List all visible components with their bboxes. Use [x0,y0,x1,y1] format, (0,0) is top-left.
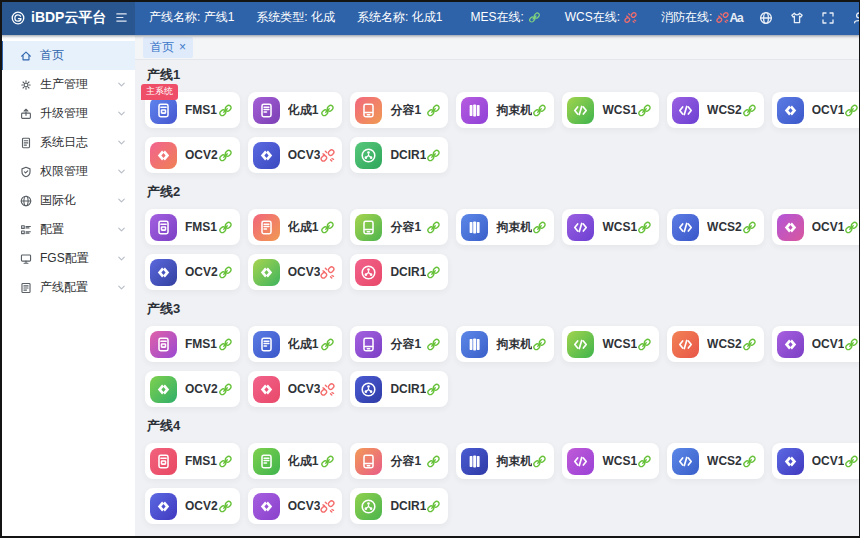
app-card-fenrong1[interactable]: 分容1 [350,326,448,362]
link-icon[interactable] [426,103,441,118]
app-card-ocv2[interactable]: OCV2 [145,137,240,173]
app-card-wcs2[interactable]: WCS2 [667,443,764,479]
app-card-ocv2[interactable]: OCV2 [145,254,240,290]
link-icon[interactable] [426,220,441,235]
app-card-jushuji[interactable]: 拘束机 [456,92,554,128]
app-card-fms1[interactable]: 主系统 FMS1 [145,92,240,128]
app-card-huacheng1[interactable]: 化成1 [248,443,343,479]
sidebar-item-i18n[interactable]: 国际化 [0,186,135,215]
link-icon[interactable] [742,103,757,118]
link-icon[interactable] [218,148,233,163]
close-icon[interactable]: × [179,42,186,52]
chevron-down-icon [116,224,127,235]
app-card-label: 拘束机 [496,336,532,353]
app-card-ocv1[interactable]: OCV1 [772,209,860,245]
section-line1: 产线1 主系统 FMS1 化成1 分容1 拘束机 WCS1 [145,66,850,173]
link-icon[interactable] [637,103,652,118]
link-icon[interactable] [532,337,547,352]
link-icon[interactable] [426,265,441,280]
sidebar-item-home[interactable]: 首页 [0,41,135,70]
broken-link-icon[interactable] [320,499,335,514]
link-icon[interactable] [844,337,859,352]
app-card-fms1[interactable]: FMS1 [145,209,240,245]
app-card-huacheng1[interactable]: 化成1 [248,326,343,362]
broken-link-icon[interactable] [320,265,335,280]
app-card-ocv3[interactable]: OCV3 [248,488,343,524]
link-icon[interactable] [637,454,652,469]
link-icon[interactable] [532,454,547,469]
link-icon[interactable] [637,220,652,235]
link-icon[interactable] [320,103,335,118]
link-icon[interactable] [218,103,233,118]
app-card-label: OCV1 [812,337,845,351]
app-card-wcs1[interactable]: WCS1 [562,92,659,128]
link-icon[interactable] [426,382,441,397]
link-icon[interactable] [426,337,441,352]
link-icon[interactable] [426,148,441,163]
sidebar-item-upgrade[interactable]: 升级管理 [0,99,135,128]
link-icon[interactable] [637,337,652,352]
app-card-fenrong1[interactable]: 分容1 [350,209,448,245]
app-card-ocv1[interactable]: OCV1 [772,92,860,128]
link-icon[interactable] [218,337,233,352]
link-icon[interactable] [218,454,233,469]
sidebar-item-config[interactable]: 配置 [0,215,135,244]
link-icon[interactable] [742,220,757,235]
app-card-jushuji[interactable]: 拘束机 [456,209,554,245]
app-card-ocv2[interactable]: OCV2 [145,371,240,407]
link-icon[interactable] [844,220,859,235]
link-icon[interactable] [218,265,233,280]
app-card-dcir1[interactable]: DCIR1 [350,371,448,407]
broken-link-icon[interactable] [320,148,335,163]
sidebar-item-permission[interactable]: 权限管理 [0,157,135,186]
app-card-wcs1[interactable]: WCS1 [562,209,659,245]
app-card-wcs1[interactable]: WCS1 [562,443,659,479]
app-card-ocv1[interactable]: OCV1 [772,326,860,362]
app-card-wcs2[interactable]: WCS2 [667,92,764,128]
app-card-wcs2[interactable]: WCS2 [667,209,764,245]
app-card-ocv2[interactable]: OCV2 [145,488,240,524]
app-card-dcir1[interactable]: DCIR1 [350,254,448,290]
link-icon[interactable] [532,103,547,118]
sidebar-item-syslog[interactable]: 系统日志 [0,128,135,157]
broken-link-icon[interactable] [320,382,335,397]
app-card-ocv3[interactable]: OCV3 [248,254,343,290]
fullscreen-icon[interactable] [820,10,836,26]
sidebar-item-production[interactable]: 生产管理 [0,70,135,99]
link-icon[interactable] [218,382,233,397]
tab-home[interactable]: 首页 × [143,37,193,58]
app-card-ocv1[interactable]: OCV1 [772,443,860,479]
link-icon[interactable] [532,220,547,235]
theme-icon[interactable] [789,10,805,26]
app-card-wcs2[interactable]: WCS2 [667,326,764,362]
link-icon[interactable] [320,337,335,352]
language-icon[interactable] [758,10,774,26]
app-card-fenrong1[interactable]: 分容1 [350,92,448,128]
app-card-fms1[interactable]: FMS1 [145,443,240,479]
link-icon[interactable] [426,499,441,514]
link-icon[interactable] [742,454,757,469]
app-card-jushuji[interactable]: 拘束机 [456,443,554,479]
app-card-wcs1[interactable]: WCS1 [562,326,659,362]
link-icon[interactable] [218,499,233,514]
app-card-ocv3[interactable]: OCV3 [248,137,343,173]
app-card-dcir1[interactable]: DCIR1 [350,488,448,524]
app-card-fenrong1[interactable]: 分容1 [350,443,448,479]
collapse-menu-icon[interactable] [114,10,129,25]
sidebar-item-fgs-config[interactable]: FGS配置 [0,244,135,273]
link-icon[interactable] [742,337,757,352]
link-icon[interactable] [426,454,441,469]
app-card-jushuji[interactable]: 拘束机 [456,326,554,362]
app-card-fms1[interactable]: FMS1 [145,326,240,362]
app-card-huacheng1[interactable]: 化成1 [248,92,343,128]
app-card-huacheng1[interactable]: 化成1 [248,209,343,245]
font-size-icon[interactable]: Aa [729,10,742,26]
link-icon[interactable] [844,454,859,469]
link-icon[interactable] [320,220,335,235]
sidebar-item-line-config[interactable]: 产线配置 [0,273,135,302]
link-icon[interactable] [320,454,335,469]
link-icon[interactable] [218,220,233,235]
app-card-dcir1[interactable]: DCIR1 [350,137,448,173]
app-card-ocv3[interactable]: OCV3 [248,371,343,407]
link-icon[interactable] [844,103,859,118]
